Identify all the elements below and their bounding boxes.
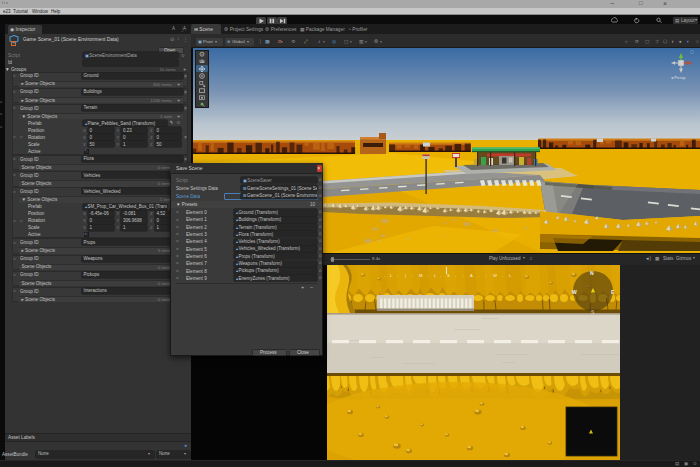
svg-text:M: M: [419, 273, 423, 278]
svg-text:A: A: [470, 273, 473, 278]
svg-text:N: N: [590, 270, 594, 276]
svg-text:W: W: [493, 273, 497, 278]
svg-text:S: S: [447, 273, 450, 278]
svg-text:|: |: [405, 273, 406, 278]
svg-text:W: W: [572, 289, 577, 295]
